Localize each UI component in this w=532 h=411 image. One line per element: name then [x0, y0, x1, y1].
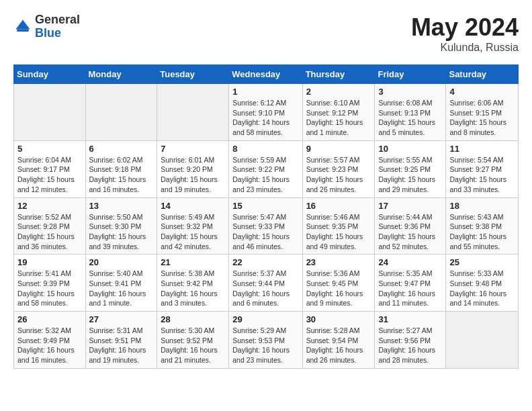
calendar-cell: 19Sunrise: 5:41 AMSunset: 9:39 PMDayligh…: [14, 255, 86, 312]
logo: General Blue: [13, 13, 80, 40]
day-number: 4: [449, 87, 515, 97]
weekday-header: Thursday: [302, 65, 375, 84]
calendar-cell: 30Sunrise: 5:28 AMSunset: 9:54 PMDayligh…: [302, 312, 375, 369]
day-info: Sunrise: 5:59 AMSunset: 9:22 PMDaylight:…: [232, 155, 298, 195]
calendar-cell: 18Sunrise: 5:43 AMSunset: 9:38 PMDayligh…: [446, 197, 519, 255]
title-block: May 2024 Kulunda, Russia: [411, 13, 519, 54]
day-info: Sunrise: 5:50 AMSunset: 9:30 PMDaylight:…: [89, 212, 154, 252]
calendar-header: General Blue May 2024 Kulunda, Russia: [13, 13, 519, 54]
calendar-cell: 4Sunrise: 6:06 AMSunset: 9:15 PMDaylight…: [446, 84, 519, 141]
day-info: Sunrise: 6:10 AMSunset: 9:12 PMDaylight:…: [306, 98, 371, 138]
calendar-week-row: 1Sunrise: 6:12 AMSunset: 9:10 PMDaylight…: [14, 84, 519, 141]
svg-marker-0: [16, 19, 30, 29]
weekday-header: Sunday: [14, 65, 86, 84]
calendar-cell: 20Sunrise: 5:40 AMSunset: 9:41 PMDayligh…: [85, 255, 157, 312]
logo-blue: Blue: [35, 27, 80, 40]
calendar-cell: 16Sunrise: 5:46 AMSunset: 9:35 PMDayligh…: [302, 197, 375, 255]
day-number: 14: [161, 201, 225, 211]
calendar-cell: 6Sunrise: 6:02 AMSunset: 9:18 PMDaylight…: [85, 140, 157, 197]
day-number: 9: [306, 144, 371, 154]
calendar-week-row: 26Sunrise: 5:32 AMSunset: 9:49 PMDayligh…: [14, 312, 519, 369]
day-info: Sunrise: 5:55 AMSunset: 9:25 PMDaylight:…: [378, 155, 442, 195]
day-info: Sunrise: 5:40 AMSunset: 9:41 PMDaylight:…: [89, 269, 154, 308]
day-number: 3: [378, 87, 442, 97]
weekday-header: Monday: [85, 65, 157, 84]
logo-general: General: [35, 13, 80, 27]
day-number: 1: [232, 87, 298, 97]
day-number: 10: [378, 144, 442, 154]
day-number: 23: [306, 257, 371, 267]
day-number: 24: [378, 257, 442, 267]
day-info: Sunrise: 6:04 AMSunset: 9:17 PMDaylight:…: [17, 155, 82, 195]
day-info: Sunrise: 5:54 AMSunset: 9:27 PMDaylight:…: [449, 155, 515, 195]
day-number: 13: [89, 201, 154, 211]
calendar-cell: 9Sunrise: 5:57 AMSunset: 9:23 PMDaylight…: [302, 140, 375, 197]
day-info: Sunrise: 5:44 AMSunset: 9:36 PMDaylight:…: [378, 212, 442, 252]
day-number: 21: [161, 257, 225, 267]
day-number: 5: [17, 144, 82, 154]
calendar-cell: 28Sunrise: 5:30 AMSunset: 9:52 PMDayligh…: [157, 312, 229, 369]
day-info: Sunrise: 6:06 AMSunset: 9:15 PMDaylight:…: [449, 98, 515, 138]
day-info: Sunrise: 5:28 AMSunset: 9:54 PMDaylight:…: [306, 326, 371, 365]
calendar-cell: 15Sunrise: 5:47 AMSunset: 9:33 PMDayligh…: [229, 197, 302, 255]
svg-rect-1: [17, 29, 29, 32]
calendar-cell: [157, 84, 229, 141]
calendar-cell: [14, 84, 86, 141]
day-number: 16: [306, 201, 371, 211]
calendar-cell: 14Sunrise: 5:49 AMSunset: 9:32 PMDayligh…: [157, 197, 229, 255]
calendar-cell: 21Sunrise: 5:38 AMSunset: 9:42 PMDayligh…: [157, 255, 229, 312]
month-title: May 2024: [411, 13, 519, 42]
day-number: 22: [232, 257, 298, 267]
day-info: Sunrise: 6:02 AMSunset: 9:18 PMDaylight:…: [89, 155, 154, 195]
weekday-header: Saturday: [446, 65, 519, 84]
calendar-week-row: 19Sunrise: 5:41 AMSunset: 9:39 PMDayligh…: [14, 255, 519, 312]
day-info: Sunrise: 5:30 AMSunset: 9:52 PMDaylight:…: [161, 326, 225, 365]
day-info: Sunrise: 5:27 AMSunset: 9:56 PMDaylight:…: [378, 326, 442, 365]
location-subtitle: Kulunda, Russia: [411, 42, 519, 54]
calendar-week-row: 12Sunrise: 5:52 AMSunset: 9:28 PMDayligh…: [14, 197, 519, 255]
calendar-cell: 1Sunrise: 6:12 AMSunset: 9:10 PMDaylight…: [229, 84, 302, 141]
day-number: 20: [89, 257, 154, 267]
calendar-cell: 2Sunrise: 6:10 AMSunset: 9:12 PMDaylight…: [302, 84, 375, 141]
weekday-header: Wednesday: [229, 65, 302, 84]
day-info: Sunrise: 5:37 AMSunset: 9:44 PMDaylight:…: [232, 269, 298, 308]
day-info: Sunrise: 5:32 AMSunset: 9:49 PMDaylight:…: [17, 326, 82, 365]
calendar-cell: 7Sunrise: 6:01 AMSunset: 9:20 PMDaylight…: [157, 140, 229, 197]
calendar-cell: 5Sunrise: 6:04 AMSunset: 9:17 PMDaylight…: [14, 140, 86, 197]
day-number: 18: [449, 201, 515, 211]
logo-text: General Blue: [35, 13, 80, 40]
day-info: Sunrise: 5:49 AMSunset: 9:32 PMDaylight:…: [161, 212, 225, 252]
calendar-cell: 29Sunrise: 5:29 AMSunset: 9:53 PMDayligh…: [229, 312, 302, 369]
day-info: Sunrise: 5:43 AMSunset: 9:38 PMDaylight:…: [449, 212, 515, 252]
calendar-cell: 31Sunrise: 5:27 AMSunset: 9:56 PMDayligh…: [375, 312, 446, 369]
day-info: Sunrise: 5:36 AMSunset: 9:45 PMDaylight:…: [306, 269, 371, 308]
day-number: 19: [17, 257, 82, 267]
calendar-table: SundayMondayTuesdayWednesdayThursdayFrid…: [13, 64, 519, 369]
day-number: 29: [232, 314, 298, 324]
calendar-cell: 12Sunrise: 5:52 AMSunset: 9:28 PMDayligh…: [14, 197, 86, 255]
day-info: Sunrise: 6:12 AMSunset: 9:10 PMDaylight:…: [232, 98, 298, 138]
day-number: 25: [449, 257, 515, 267]
calendar-cell: 17Sunrise: 5:44 AMSunset: 9:36 PMDayligh…: [375, 197, 446, 255]
weekday-header-row: SundayMondayTuesdayWednesdayThursdayFrid…: [14, 65, 519, 84]
day-number: 17: [378, 201, 442, 211]
day-number: 31: [378, 314, 442, 324]
calendar-cell: [446, 312, 519, 369]
calendar-cell: 11Sunrise: 5:54 AMSunset: 9:27 PMDayligh…: [446, 140, 519, 197]
calendar-cell: 26Sunrise: 5:32 AMSunset: 9:49 PMDayligh…: [14, 312, 86, 369]
calendar-cell: 13Sunrise: 5:50 AMSunset: 9:30 PMDayligh…: [85, 197, 157, 255]
calendar-cell: 27Sunrise: 5:31 AMSunset: 9:51 PMDayligh…: [85, 312, 157, 369]
weekday-header: Tuesday: [157, 65, 229, 84]
day-info: Sunrise: 5:29 AMSunset: 9:53 PMDaylight:…: [232, 326, 298, 365]
day-info: Sunrise: 5:35 AMSunset: 9:47 PMDaylight:…: [378, 269, 442, 308]
day-number: 28: [161, 314, 225, 324]
calendar-cell: 25Sunrise: 5:33 AMSunset: 9:48 PMDayligh…: [446, 255, 519, 312]
day-number: 6: [89, 144, 154, 154]
day-number: 11: [449, 144, 515, 154]
day-info: Sunrise: 5:33 AMSunset: 9:48 PMDaylight:…: [449, 269, 515, 308]
day-info: Sunrise: 5:52 AMSunset: 9:28 PMDaylight:…: [17, 212, 82, 252]
calendar-cell: 3Sunrise: 6:08 AMSunset: 9:13 PMDaylight…: [375, 84, 446, 141]
day-number: 26: [17, 314, 82, 324]
day-info: Sunrise: 5:46 AMSunset: 9:35 PMDaylight:…: [306, 212, 371, 252]
calendar-cell: 24Sunrise: 5:35 AMSunset: 9:47 PMDayligh…: [375, 255, 446, 312]
